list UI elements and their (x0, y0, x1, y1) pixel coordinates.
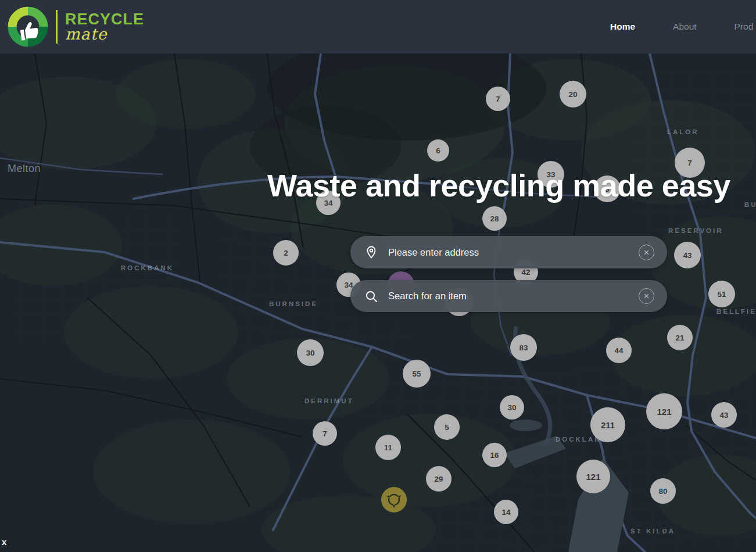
nav-item-products[interactable]: Prod (734, 21, 754, 32)
cluster-marker[interactable]: 5 (434, 414, 460, 440)
header: RECYCLE mate Home About Prod (0, 0, 756, 53)
cluster-marker[interactable]: 6 (427, 139, 449, 162)
page-title: Waste and recycling made easy (267, 167, 730, 203)
item-search-input[interactable]: × (350, 280, 667, 312)
cluster-marker[interactable]: 30 (500, 395, 524, 420)
cluster-marker[interactable]: 44 (606, 338, 632, 363)
cluster-marker[interactable]: 7 (486, 87, 510, 111)
map-label-melton: Melton (8, 163, 41, 175)
address-input[interactable]: × (350, 236, 667, 268)
cluster-marker[interactable]: 51 (708, 281, 735, 307)
corner-close-button[interactable]: x (2, 537, 6, 547)
search-icon (364, 289, 378, 303)
map-label-lalor: LALOR (667, 128, 699, 135)
cluster-marker[interactable]: 43 (711, 402, 737, 428)
cluster-marker[interactable]: 30 (297, 339, 324, 366)
address-clear-button[interactable]: × (639, 245, 654, 260)
cluster-marker[interactable]: 211 (590, 407, 625, 442)
cluster-marker[interactable]: 14 (494, 500, 518, 524)
cluster-marker[interactable]: 2 (273, 240, 299, 266)
item-search-field[interactable] (387, 290, 630, 302)
cluster-marker[interactable]: 20 (560, 81, 586, 107)
cluster-marker[interactable]: 7 (313, 421, 337, 446)
cluster-marker[interactable]: 43 (674, 242, 701, 268)
logo[interactable]: RECYCLE mate (6, 5, 144, 49)
logo-wordmark-secondary: mate (65, 26, 144, 42)
main-nav: Home About Prod (610, 0, 753, 53)
cluster-marker[interactable]: 28 (482, 206, 507, 231)
cluster-marker[interactable]: 21 (667, 325, 693, 350)
recyclemate-logo-icon (6, 5, 50, 49)
cluster-marker[interactable]: 11 (375, 435, 401, 460)
address-input-field[interactable] (387, 246, 630, 259)
nav-item-home[interactable]: Home (610, 21, 635, 32)
map-label-bu: BU (744, 201, 756, 208)
map-label-burnside: BURNSIDE (269, 300, 318, 307)
cluster-marker[interactable]: 121 (576, 460, 610, 493)
map-label-bellfield: BELLFIELD (716, 308, 756, 315)
map-label-reservoir: RESERVOIR (668, 227, 723, 234)
map: MeltonROCKBANKBURNSIDEDERRIMUTLALORRESER… (0, 53, 756, 552)
map-label-derrimut: DERRIMUT (304, 397, 354, 404)
map-label-rockbank: ROCKBANK (121, 264, 174, 271)
logo-divider (56, 10, 58, 44)
cluster-marker[interactable]: 16 (482, 443, 507, 467)
location-pin-icon (364, 245, 378, 259)
recycle-icon (386, 492, 402, 508)
map-label-st-kilda: ST KILDA (630, 528, 675, 535)
cluster-marker[interactable]: 80 (650, 478, 676, 504)
cluster-marker[interactable]: 121 (646, 393, 682, 429)
recycle-site-marker[interactable] (381, 487, 407, 512)
nav-item-about[interactable]: About (673, 21, 697, 32)
cluster-marker[interactable]: 83 (510, 334, 537, 361)
cluster-marker[interactable]: 29 (426, 466, 452, 492)
item-clear-button[interactable]: × (639, 288, 654, 304)
cluster-marker[interactable]: 55 (403, 360, 431, 388)
